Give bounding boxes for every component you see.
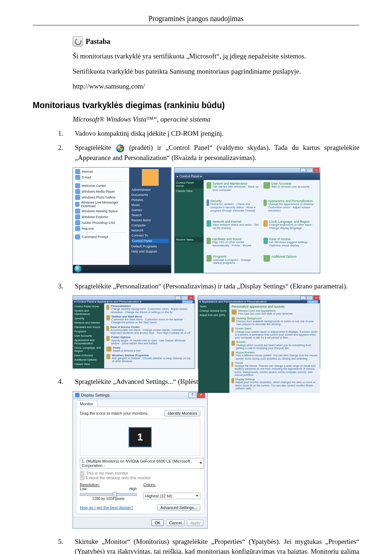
maximize-button[interactable]: □ xyxy=(181,296,187,300)
controlpanel-category[interactable]: SecurityCheck for updates · Check this c… xyxy=(207,200,260,218)
step-2-text: Spragtelėkite (pradėti) ir „Control Pane… xyxy=(75,143,359,163)
startmenu-right-item[interactable]: Network xyxy=(131,229,169,232)
startmenu-right-item[interactable]: Pictures xyxy=(131,198,169,202)
personalize-item[interactable]: ThemeChange the theme. Themes can change… xyxy=(232,362,318,377)
maximize-button[interactable]: □ xyxy=(307,168,313,172)
startmenu-right-item[interactable]: Default Programs xyxy=(131,245,169,248)
controlpanel-category[interactable]: Appearance and PersonalizationChange the… xyxy=(264,200,317,218)
task-link[interactable]: Adjust font size (DPI) xyxy=(200,313,228,317)
minimize-button[interactable]: _ xyxy=(175,296,181,300)
personalize-item[interactable]: Desktop BackgroundChoose from available … xyxy=(232,317,318,326)
side-link[interactable]: User Accounts xyxy=(74,334,103,337)
appearance-item[interactable]: Taskbar and Start MenuCustomize the Star… xyxy=(106,315,192,324)
side-link[interactable]: Appearance and Personalization xyxy=(74,338,103,345)
advanced-settings-button[interactable]: Advanced Settings... xyxy=(157,504,200,511)
minimize-button[interactable]: _ xyxy=(300,296,306,300)
help-button[interactable]: ? xyxy=(188,392,196,398)
startmenu-item[interactable]: Windows Live Messenger Download xyxy=(75,201,127,208)
startmenu-item[interactable]: Command Prompt xyxy=(75,234,127,239)
startmenu-item[interactable]: hwp.exe xyxy=(75,226,127,231)
ok-button[interactable]: OK xyxy=(151,520,164,526)
startmenu-item[interactable]: Adobe Photoshop CS2 xyxy=(75,220,127,225)
address-bar[interactable]: ▸ Appearance and Personalization ▸ Perso… xyxy=(198,300,320,303)
side-link[interactable]: Hardware and Sound xyxy=(74,325,103,329)
side-link[interactable]: Clock, Language, and Region xyxy=(74,346,103,353)
resolution-slider[interactable] xyxy=(80,493,137,496)
category-icon xyxy=(207,220,211,227)
appearance-item[interactable]: Folder OptionsSpecify single- or double-… xyxy=(106,336,192,345)
side-link[interactable]: Additional Options xyxy=(74,358,103,361)
startmenu-item-label: E-mail xyxy=(82,176,91,179)
startmenu-right-item[interactable]: Control Panel xyxy=(131,239,169,243)
personalize-item[interactable]: Window Color and AppearanceFine tune the… xyxy=(232,309,318,316)
startmenu-item[interactable]: Windows Meeting Space xyxy=(75,209,127,214)
close-button[interactable]: × xyxy=(313,168,319,172)
item-sub: Change your screen saver or adjust when … xyxy=(235,330,317,340)
colors-select[interactable]: Highest (32 bit) xyxy=(143,493,200,499)
tasks-header: Control Panel Home xyxy=(175,180,204,189)
side-link[interactable]: Network and Internet xyxy=(74,321,103,324)
appearance-item[interactable]: Ease of Access CenterAccommodate low vis… xyxy=(106,326,192,335)
appearance-item[interactable]: Windows Sidebar PropertiesAdd gadgets to… xyxy=(106,354,192,363)
best-display-help-link[interactable]: How do I get the best display? xyxy=(80,505,133,510)
appearance-item[interactable]: FontsInstall or remove a font xyxy=(106,346,192,353)
side-link[interactable]: Classic View xyxy=(74,362,103,366)
cancel-button[interactable]: Cancel xyxy=(166,520,185,526)
monitor-tab[interactable]: Monitor xyxy=(76,401,97,407)
task-link[interactable]: Tasks xyxy=(200,305,228,308)
startmenu-right-item[interactable]: Help and Support xyxy=(131,250,169,253)
slider-high-label: High xyxy=(129,487,137,491)
startmenu-item[interactable]: Welcome Center xyxy=(75,183,127,188)
monitor-1-icon[interactable]: 1 xyxy=(128,427,152,447)
side-link[interactable]: Ease of Access xyxy=(74,354,103,357)
startmenu-right-item[interactable]: Documents xyxy=(131,193,169,197)
personalize-item[interactable]: Mouse PointersPick a different mouse poi… xyxy=(232,351,318,360)
controlpanel-category[interactable]: Clock, Language, and RegionChange keyboa… xyxy=(264,220,317,235)
controlpanel-category[interactable]: Hardware and SoundPlay CDs or other medi… xyxy=(207,238,260,253)
colors-value: Highest (32 bit) xyxy=(145,494,172,498)
controlpanel-category[interactable]: ProgramsUninstall a program · Change sta… xyxy=(207,255,260,270)
slider-thumb[interactable] xyxy=(113,492,117,498)
display-device-select[interactable]: 1. (Multiple Monitors) on NVIDIA GeForce… xyxy=(80,458,204,469)
monitor-layout-area[interactable]: 1 xyxy=(80,419,200,456)
start-button-icon[interactable] xyxy=(74,265,82,272)
startmenu-item[interactable]: Internet xyxy=(75,169,127,174)
colors-label: Colors: xyxy=(143,483,156,487)
close-button[interactable]: × xyxy=(188,296,194,300)
personalize-item[interactable]: Screen SaverChange your screen saver or … xyxy=(232,327,318,339)
side-link[interactable]: Programs xyxy=(74,330,103,333)
controlpanel-category[interactable]: User AccountsAdd or remove user accounts xyxy=(264,182,317,197)
close-button[interactable]: × xyxy=(313,296,319,300)
startmenu-right-item[interactable]: Search xyxy=(131,213,169,217)
figure-start-controlpanel: InternetE-mailWelcome CenterWindows Medi… xyxy=(73,167,359,273)
controlpanel-category[interactable]: Additional Options xyxy=(264,255,317,270)
startmenu-right-item[interactable]: Connect To xyxy=(131,234,169,237)
maximize-button[interactable]: □ xyxy=(307,296,313,300)
controlpanel-category[interactable]: System and MaintenanceGet started with W… xyxy=(207,182,260,197)
side-link[interactable]: Security xyxy=(74,317,103,320)
startmenu-item[interactable]: Windows Media Player xyxy=(75,189,127,194)
address-bar[interactable]: ▸ Control Panel ▸ Appearance and Persona… xyxy=(73,300,195,303)
side-link[interactable]: System and Maintenance xyxy=(74,309,103,316)
category-sub: Uninstall a program · Change startup pro… xyxy=(213,259,260,265)
controlpanel-category[interactable]: Ease of AccessLet Windows suggest settin… xyxy=(264,238,317,253)
task-link[interactable]: Change desktop icons xyxy=(200,309,228,312)
startmenu-right-item[interactable]: Music xyxy=(131,203,169,207)
startmenu-right-item[interactable]: Recent Items xyxy=(131,218,169,222)
identify-monitors-button[interactable]: Identify Monitors xyxy=(164,410,200,416)
category-title: Additional Options xyxy=(271,255,297,258)
startmenu-right-item[interactable]: Computer xyxy=(131,223,169,227)
address-bar[interactable]: ▸ Control Panel ▸ xyxy=(175,173,320,180)
personalize-item[interactable]: SoundsChange which sounds are heard when… xyxy=(232,341,318,350)
classic-view-link[interactable]: Classic View xyxy=(175,189,204,193)
controlpanel-category[interactable]: Network and InternetView network status … xyxy=(207,220,260,235)
minimize-button[interactable]: _ xyxy=(300,168,306,172)
startmenu-item[interactable]: Windows Explorer xyxy=(75,214,127,219)
personalize-item[interactable]: Display SettingsAdjust your monitor reso… xyxy=(232,378,318,390)
startmenu-right-item[interactable]: Games xyxy=(131,208,169,212)
startmenu-item[interactable]: Windows Photo Gallery xyxy=(75,195,127,200)
side-link[interactable]: Control Panel Home xyxy=(74,305,103,308)
startmenu-item[interactable]: E-mail xyxy=(75,175,127,180)
note-block: Pastaba Ši monitoriaus tvarkyklė yra ser… xyxy=(73,36,356,91)
appearance-item[interactable]: PersonalizationChange desktop background… xyxy=(106,305,192,314)
